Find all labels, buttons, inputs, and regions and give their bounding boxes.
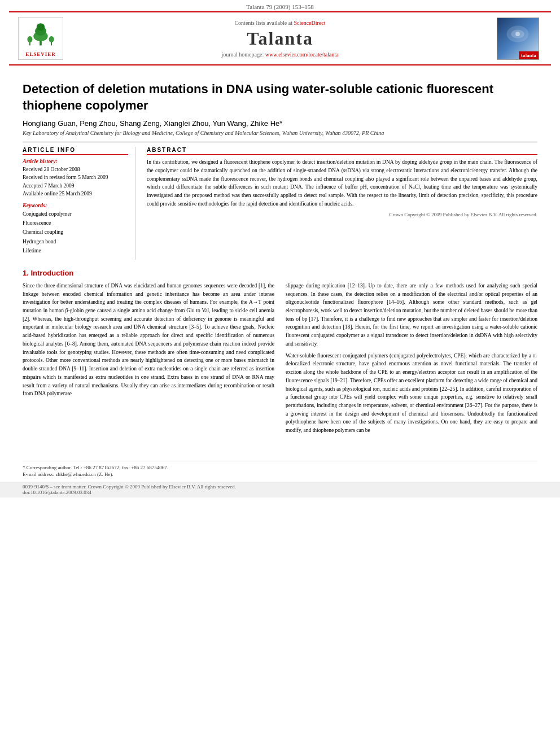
intro-right-column: slippage during replication [12–13]. Up … <box>286 282 537 438</box>
main-content: Detection of deletion mutations in DNA u… <box>0 65 560 449</box>
accepted-date: Accepted 7 March 2009 <box>23 182 128 190</box>
keywords-list: Conjugated copolymer Fluorescence Chemic… <box>23 209 128 255</box>
footnote-star: * Corresponding author. Tel.: +86 27 871… <box>23 465 537 470</box>
journal-info-text: Talanta 79 (2009) 153–158 <box>246 3 313 10</box>
footer: * Corresponding author. Tel.: +86 27 871… <box>23 461 537 477</box>
journal-volume-info: Talanta 79 (2009) 153–158 <box>0 0 560 11</box>
elsevier-tree-icon <box>24 20 58 48</box>
journal-center: Contents lists available at ScienceDirec… <box>63 20 497 58</box>
keyword-1: Conjugated copolymer <box>23 209 128 219</box>
intro-left-para: Since the three dimensional structure of… <box>23 282 274 398</box>
keyword-3: Chemical coupling <box>23 228 128 237</box>
sciencedirect-info: Contents lists available at ScienceDirec… <box>63 20 497 26</box>
abstract-label: ABSTRACT <box>147 147 537 155</box>
intro-right-para-1: slippage during replication [12–13]. Up … <box>286 282 537 348</box>
sciencedirect-label: Contents lists available at <box>234 20 292 26</box>
revised-date: Received in revised form 5 March 2009 <box>23 173 128 181</box>
keyword-2: Fluorescence <box>23 219 128 228</box>
keywords-title: Keywords: <box>23 202 128 208</box>
footer-copyright: 0039-9140/$ – see front matter. Crown Co… <box>23 484 236 490</box>
elsevier-label: ELSEVIER <box>21 51 60 57</box>
received-date: Received 28 October 2008 <box>23 165 128 173</box>
elsevier-logo: ELSEVIER <box>18 17 63 60</box>
article-info-column: ARTICLE INFO Article history: Received 2… <box>23 147 135 260</box>
article-info-abstract-section: ARTICLE INFO Article history: Received 2… <box>23 142 537 260</box>
abstract-copyright: Crown Copyright © 2009 Published by Else… <box>147 212 537 217</box>
history-title: Article history: <box>23 158 128 164</box>
intro-right-para-2: Water-soluble fluorescent conjugated pol… <box>286 352 537 435</box>
authors: Hongliang Guan, Peng Zhou, Shang Zeng, X… <box>23 119 537 128</box>
homepage-link[interactable]: www.elsevier.com/locate/talanta <box>265 51 339 58</box>
article-info-label: ARTICLE INFO <box>23 147 128 155</box>
introduction-heading: 1. Introduction <box>23 269 537 277</box>
affiliation: Key Laboratory of Analytical Chemistry f… <box>23 130 537 136</box>
online-date: Available online 25 March 2009 <box>23 190 128 198</box>
talanta-label: talanta <box>519 51 539 59</box>
footer-bar: 0039-9140/$ – see front matter. Crown Co… <box>0 482 560 497</box>
keyword-4: Hydrogen bond <box>23 237 128 246</box>
abstract-text: In this contribution, we designed a fluo… <box>147 158 537 208</box>
keyword-5: Lifetime <box>23 246 128 255</box>
svg-point-5 <box>27 36 32 42</box>
journal-title: Talanta <box>63 28 497 49</box>
abstract-column: ABSTRACT In this contribution, we design… <box>147 147 537 260</box>
talanta-image: talanta <box>497 18 539 60</box>
talanta-logo: talanta <box>497 18 542 60</box>
article-title: Detection of deletion mutations in DNA u… <box>23 81 537 113</box>
journal-homepage: journal homepage: www.elsevier.com/locat… <box>63 51 497 58</box>
page: Talanta 79 (2009) 153–158 ELSEVIER <box>0 0 560 747</box>
svg-point-3 <box>37 23 45 30</box>
introduction-body: Since the three dimensional structure of… <box>23 282 537 438</box>
svg-point-7 <box>49 36 54 42</box>
keywords-group: Keywords: Conjugated copolymer Fluoresce… <box>23 202 128 255</box>
footnote-email: E-mail address: zhkhe@whu.edu.cn (Z. He)… <box>23 471 537 477</box>
svg-point-11 <box>515 32 520 36</box>
article-history: Article history: Received 28 October 200… <box>23 158 128 198</box>
journal-header: ELSEVIER Contents lists available at Sci… <box>9 11 551 65</box>
authors-text: Hongliang Guan, Peng Zhou, Shang Zeng, X… <box>23 119 282 128</box>
sciencedirect-link[interactable]: ScienceDirect <box>294 20 325 26</box>
introduction-section: 1. Introduction Since the three dimensio… <box>23 269 537 438</box>
footer-doi: doi:10.1016/j.talanta.2009.03.034 <box>23 490 91 495</box>
homepage-label: journal homepage: <box>221 51 264 58</box>
intro-left-column: Since the three dimensional structure of… <box>23 282 274 438</box>
